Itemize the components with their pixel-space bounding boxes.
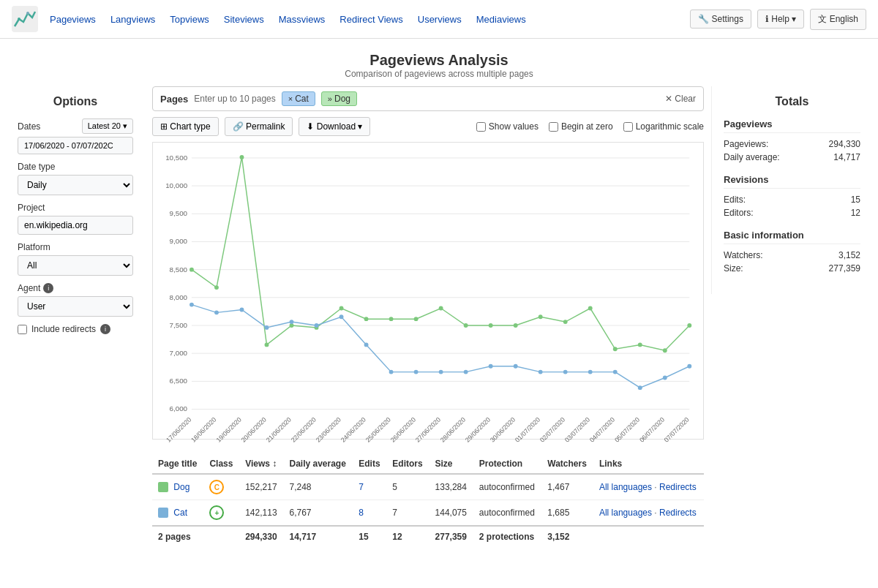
begin-at-zero-check[interactable]: Begin at zero	[549, 121, 613, 132]
tag-cat[interactable]: ×Cat	[282, 91, 315, 106]
tag-cat-x[interactable]: ×	[288, 94, 293, 103]
watchers-label: Watchers:	[724, 250, 763, 260]
svg-point-51	[364, 342, 369, 347]
svg-point-40	[613, 347, 618, 351]
cat-edits-link[interactable]: 8	[359, 508, 364, 518]
settings-button[interactable]: 🔧 Settings	[690, 10, 751, 29]
tag-dog-x[interactable]: »	[328, 94, 332, 103]
include-redirects-checkbox[interactable]	[18, 325, 27, 334]
pages-label: Pages	[160, 94, 188, 105]
pageviews-label: Pageviews:	[724, 139, 768, 149]
date-range-input[interactable]	[18, 137, 133, 154]
platform-select[interactable]: All	[18, 255, 133, 276]
date-type-select[interactable]: Daily	[18, 175, 133, 195]
nav-mediaviews[interactable]: Mediaviews	[476, 14, 526, 25]
nav-topviews[interactable]: Topviews	[170, 14, 209, 25]
download-button[interactable]: ⬇ Download ▾	[299, 117, 370, 136]
pages-clear[interactable]: ✕ Clear	[665, 94, 696, 104]
svg-point-26	[265, 342, 269, 347]
svg-point-23	[190, 268, 194, 272]
totals-title: Totals	[724, 95, 860, 108]
nav-langviews[interactable]: Langviews	[110, 14, 155, 25]
totals-panel: Totals Pageviews Pageviews: 294,330 Dail…	[711, 86, 872, 294]
svg-point-60	[588, 370, 593, 374]
svg-point-41	[638, 342, 642, 347]
nav-massviews[interactable]: Massviews	[279, 14, 326, 25]
size-value: 277,359	[829, 263, 860, 274]
svg-point-24	[214, 285, 219, 290]
redirects-info-icon[interactable]: i	[100, 324, 110, 334]
table-row: Cat + 142,113 6,767 8 7 144,075 autoconf…	[152, 500, 704, 527]
help-button[interactable]: ℹ Help ▾	[757, 10, 804, 29]
pageviews-section: Pageviews Pageviews: 294,330 Daily avera…	[724, 118, 860, 164]
agent-select[interactable]: User	[18, 296, 133, 317]
cat-class-badge: +	[209, 505, 224, 520]
cat-redirects-link[interactable]: Redirects	[659, 508, 697, 518]
nav-siteviews[interactable]: Siteviews	[224, 14, 264, 25]
include-redirects-label: Include redirects	[31, 324, 96, 334]
svg-point-53	[414, 370, 419, 374]
grid-icon: ⊞	[160, 121, 168, 132]
chart-type-button[interactable]: ⊞ Chart type	[152, 117, 219, 136]
svg-text:8,500: 8,500	[170, 265, 188, 274]
svg-point-35	[489, 323, 493, 328]
project-section: Project	[18, 203, 133, 235]
svg-point-33	[439, 306, 443, 311]
revisions-section-title: Revisions	[724, 174, 860, 189]
svg-text:8,000: 8,000	[170, 293, 188, 301]
dog-link[interactable]: Dog	[173, 482, 190, 492]
dates-preset-button[interactable]: Latest 20 ▾	[82, 118, 133, 134]
svg-point-30	[364, 317, 369, 321]
col-protection: Protection	[473, 454, 541, 474]
svg-point-25	[240, 155, 244, 159]
pageviews-value: 294,330	[829, 139, 860, 149]
options-title: Options	[18, 95, 133, 108]
tag-dog[interactable]: »Dog	[321, 91, 357, 106]
cat-link[interactable]: Cat	[173, 508, 187, 518]
nav-userviews[interactable]: Userviews	[418, 14, 462, 25]
basic-info-section-title: Basic information	[724, 230, 860, 244]
revisions-section: Revisions Edits: 15 Editors: 12	[724, 174, 860, 219]
size-label: Size:	[724, 263, 743, 274]
svg-point-38	[563, 320, 568, 324]
col-links: Links	[593, 454, 704, 474]
svg-text:6,500: 6,500	[170, 377, 188, 385]
download-icon: ⬇	[307, 121, 314, 132]
pageviews-section-title: Pageviews	[724, 118, 860, 133]
dog-class-badge: C	[209, 480, 224, 494]
col-daily-avg: Daily average	[283, 454, 353, 474]
cat-all-languages-link[interactable]: All languages	[599, 508, 652, 518]
dates-label: Dates	[18, 121, 40, 132]
svg-point-57	[514, 364, 518, 369]
language-button[interactable]: 文 English	[810, 9, 866, 30]
dog-redirects-link[interactable]: Redirects	[659, 482, 697, 492]
project-label: Project	[18, 203, 133, 213]
permalink-button[interactable]: 🔗 Permalink	[225, 117, 293, 136]
col-editors: Editors	[386, 454, 429, 474]
svg-point-2	[26, 12, 29, 15]
chart-container: 6,000 6,500 7,000 7,500 8,000 8,500 9,00…	[152, 142, 704, 440]
svg-point-49	[315, 323, 319, 328]
svg-point-62	[638, 385, 642, 390]
agent-info-icon[interactable]: i	[43, 283, 53, 293]
dog-swatch	[158, 482, 168, 492]
daily-avg-label: Daily average:	[724, 152, 780, 162]
nav-pageviews[interactable]: Pageviews	[50, 14, 96, 25]
link-icon: 🔗	[233, 121, 244, 132]
svg-point-45	[214, 310, 219, 314]
logarithmic-check[interactable]: Logarithmic scale	[623, 121, 704, 132]
svg-point-50	[339, 314, 344, 319]
platform-section: Platform All	[18, 242, 133, 276]
dog-edits-link[interactable]: 7	[359, 482, 364, 492]
dog-all-languages-link[interactable]: All languages	[599, 482, 652, 492]
show-values-check[interactable]: Show values	[476, 121, 539, 132]
dog-line	[192, 157, 689, 350]
svg-point-61	[613, 370, 618, 374]
dates-section: Dates Latest 20 ▾	[18, 118, 133, 154]
project-input[interactable]	[18, 216, 133, 235]
svg-point-54	[439, 370, 443, 374]
col-edits: Edits	[353, 454, 386, 474]
nav-redirectviews[interactable]: Redirect Views	[339, 14, 402, 25]
svg-point-43	[687, 323, 691, 328]
line-chart: 6,000 6,500 7,000 7,500 8,000 8,500 9,00…	[156, 148, 700, 434]
